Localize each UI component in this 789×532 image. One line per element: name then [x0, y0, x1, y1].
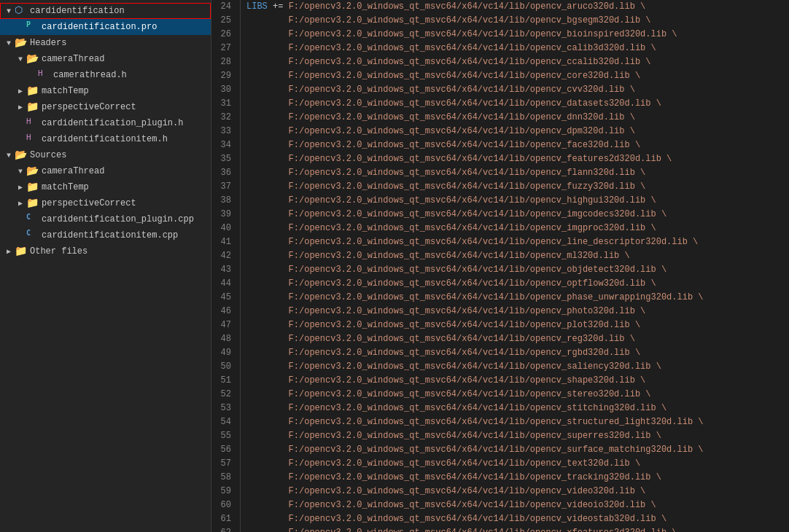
tree-item-label: cardidentificationitem.h — [42, 134, 168, 144]
tree-item-label: matchTemp — [42, 86, 89, 96]
line-number: 31 — [217, 97, 231, 111]
tree-item-cardidentification_plugin-h[interactable]: H cardidentification_plugin.h — [0, 115, 211, 131]
folder-closed-icon: 📁 — [26, 197, 39, 210]
tree-item-label: camerathread.h — [53, 70, 127, 80]
file-h-icon: H — [38, 69, 51, 82]
code-line: F:/opencv3.2.0_windows_qt_msvc64/x64/vc1… — [246, 388, 783, 402]
line-number: 30 — [217, 83, 231, 97]
code-line: F:/opencv3.2.0_windows_qt_msvc64/x64/vc1… — [246, 374, 783, 388]
tree-item-cardidentification-pro[interactable]: P cardidentification.pro — [0, 19, 211, 35]
tree-item-label: cardidentification.pro — [42, 22, 157, 32]
tree-item-cardidentification-root[interactable]: ▼ ⬡ cardidentification — [0, 3, 211, 19]
path-text: F:/opencv3.2.0_windows_qt_msvc64/x64/vc1… — [246, 71, 640, 81]
code-line: F:/opencv3.2.0_windows_qt_msvc64/x64/vc1… — [246, 429, 783, 443]
path-text: F:/opencv3.2.0_windows_qt_msvc64/x64/vc1… — [246, 168, 645, 178]
tree-item-perspectiveCorrect-cpp[interactable]: ▶ 📁 perspectiveCorrect — [0, 195, 211, 211]
tree-item-other-files[interactable]: ▶ 📁 Other files — [0, 243, 211, 259]
tree-item-label: cardidentification — [30, 6, 125, 16]
path-text: F:/opencv3.2.0_windows_qt_msvc64/x64/vc1… — [246, 458, 640, 469]
code-line: F:/opencv3.2.0_windows_qt_msvc64/x64/vc1… — [246, 332, 783, 346]
code-line: F:/opencv3.2.0_windows_qt_msvc64/x64/vc1… — [246, 55, 783, 69]
path-text: F:/opencv3.2.0_windows_qt_msvc64/x64/vc1… — [246, 43, 656, 53]
code-line: F:/opencv3.2.0_windows_qt_msvc64/x64/vc1… — [246, 111, 783, 125]
line-number: 50 — [217, 360, 231, 374]
code-line: F:/opencv3.2.0_windows_qt_msvc64/x64/vc1… — [246, 222, 783, 235]
tree-item-label: Other files — [30, 246, 88, 257]
line-number: 25 — [217, 14, 231, 28]
tree-item-matchTemp-cpp[interactable]: ▶ 📁 matchTemp — [0, 179, 211, 195]
path-text: F:/opencv3.2.0_windows_qt_msvc64/x64/vc1… — [246, 320, 640, 330]
tree-item-perspectiveCorrect-h[interactable]: ▶ 📁 perspectiveCorrect — [0, 99, 211, 115]
keyword-libs: LIBS — [246, 1, 268, 12]
path-text: F:/opencv3.2.0_windows_qt_msvc64/x64/vc1… — [246, 375, 645, 386]
line-number: 62 — [217, 526, 231, 532]
code-line: F:/opencv3.2.0_windows_qt_msvc64/x64/vc1… — [246, 249, 783, 263]
line-number: 35 — [217, 152, 231, 166]
line-number: 37 — [217, 180, 231, 194]
code-line: F:/opencv3.2.0_windows_qt_msvc64/x64/vc1… — [246, 83, 783, 97]
code-line: F:/opencv3.2.0_windows_qt_msvc64/x64/vc1… — [246, 263, 783, 277]
folder-open-icon: 📂 — [15, 36, 28, 50]
code-line: F:/opencv3.2.0_windows_qt_msvc64/x64/vc1… — [246, 291, 783, 305]
line-number: 44 — [217, 277, 231, 291]
path-text: F:/opencv3.2.0_windows_qt_msvc64/x64/vc1… — [246, 265, 666, 275]
path-text: F:/opencv3.2.0_windows_qt_msvc64/x64/vc1… — [246, 292, 704, 302]
path-text: F:/opencv3.2.0_windows_qt_msvc64/x64/vc1… — [246, 126, 635, 136]
op-text: += — [268, 1, 289, 12]
line-number: 38 — [217, 194, 231, 208]
path-text: F:/opencv3.2.0_windows_qt_msvc64/x64/vc1… — [246, 237, 698, 247]
path-text: F:/opencv3.2.0_windows_qt_msvc64/x64/vc1… — [246, 15, 651, 26]
path-text: F:/opencv3.2.0_windows_qt_msvc64/x64/vc1… — [246, 57, 651, 67]
path-text: F:/opencv3.2.0_windows_qt_msvc64/x64/vc1… — [246, 154, 672, 164]
folder-closed-icon: 📁 — [26, 181, 39, 194]
line-number: 39 — [217, 208, 231, 222]
code-line: F:/opencv3.2.0_windows_qt_msvc64/x64/vc1… — [246, 305, 783, 318]
tree-item-label: cardidentificationitem.cpp — [42, 230, 178, 240]
code-content: LIBS += F:/opencv3.2.0_windows_qt_msvc64… — [241, 0, 789, 532]
line-number: 33 — [217, 125, 231, 138]
tree-item-sources[interactable]: ▼ 📂 Sources — [0, 147, 211, 163]
line-number: 26 — [217, 28, 231, 42]
tree-item-label: cameraThread — [42, 166, 104, 176]
tree-arrow: ▼ — [3, 39, 15, 47]
line-number: 60 — [217, 498, 231, 512]
code-line: F:/opencv3.2.0_windows_qt_msvc64/x64/vc1… — [246, 346, 783, 360]
tree-arrow: ▶ — [3, 247, 15, 256]
line-number: 42 — [217, 249, 231, 263]
code-line: F:/opencv3.2.0_windows_qt_msvc64/x64/vc1… — [246, 69, 783, 83]
tree-item-matchTemp-h[interactable]: ▶ 📁 matchTemp — [0, 83, 211, 99]
tree-item-cardidentificationitem-cpp[interactable]: C cardidentificationitem.cpp — [0, 227, 211, 243]
code-line: F:/opencv3.2.0_windows_qt_msvc64/x64/vc1… — [246, 526, 783, 532]
file-h-icon: H — [26, 117, 39, 130]
folder-closed-icon: 📁 — [26, 85, 39, 98]
line-number: 24 — [217, 0, 231, 14]
tree-item-cameraThread-h-folder[interactable]: ▼ 📂 cameraThread — [0, 51, 211, 67]
path-text: F:/opencv3.2.0_windows_qt_msvc64/x64/vc1… — [246, 514, 666, 524]
line-number: 59 — [217, 485, 231, 498]
path-text: F:/opencv3.2.0_windows_qt_msvc64/x64/vc1… — [246, 223, 656, 233]
line-number: 57 — [217, 457, 231, 471]
tree-item-cameraThread-cpp-folder[interactable]: ▼ 📂 cameraThread — [0, 163, 211, 179]
path-text: F:/opencv3.2.0_windows_qt_msvc64/x64/vc1… — [246, 29, 677, 39]
tree-item-cardidentification_plugin-cpp[interactable]: C cardidentification_plugin.cpp — [0, 211, 211, 227]
line-number: 45 — [217, 291, 231, 305]
path-text: F:/opencv3.2.0_windows_qt_msvc64/x64/vc1… — [246, 500, 656, 510]
code-line: F:/opencv3.2.0_windows_qt_msvc64/x64/vc1… — [246, 152, 783, 166]
path-text: F:/opencv3.2.0_windows_qt_msvc64/x64/vc1… — [246, 85, 635, 95]
code-line: F:/opencv3.2.0_windows_qt_msvc64/x64/vc1… — [246, 166, 783, 180]
project-icon: ⬡ — [15, 4, 28, 17]
folder-closed-icon: 📁 — [15, 245, 28, 258]
path-text: F:/opencv3.2.0_windows_qt_msvc64/x64/vc1… — [246, 431, 661, 441]
line-number: 28 — [217, 55, 231, 69]
code-line: F:/opencv3.2.0_windows_qt_msvc64/x64/vc1… — [246, 208, 783, 222]
path-text: F:/opencv3.2.0_windows_qt_msvc64/x64/vc1… — [246, 486, 645, 496]
file-h-icon: H — [26, 133, 39, 146]
code-line: F:/opencv3.2.0_windows_qt_msvc64/x64/vc1… — [246, 512, 783, 526]
tree-item-label: matchTemp — [42, 182, 89, 192]
path-text: F:/opencv3.2.0_windows_qt_msvc64/x64/vc1… — [246, 98, 661, 109]
code-line: F:/opencv3.2.0_windows_qt_msvc64/x64/vc1… — [246, 14, 783, 28]
tree-item-cardidentificationitem-h[interactable]: H cardidentificationitem.h — [0, 131, 211, 147]
tree-item-headers[interactable]: ▼ 📂 Headers — [0, 35, 211, 51]
tree-item-camerathread-h[interactable]: H camerathread.h — [0, 67, 211, 83]
line-number: 53 — [217, 402, 231, 415]
